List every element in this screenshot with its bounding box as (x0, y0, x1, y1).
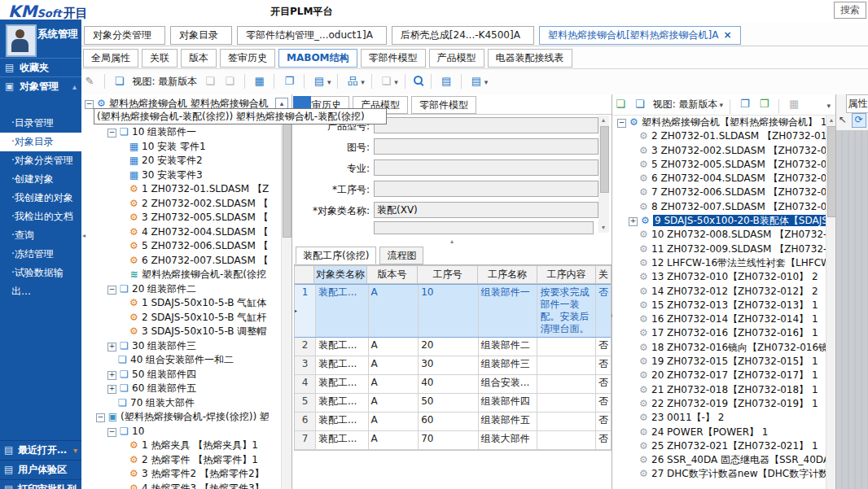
version-cell[interactable]: A (369, 356, 419, 374)
expander-icon[interactable] (119, 184, 126, 191)
tree-node[interactable]: 26 SSR_40DA 固态继电器【SSR_40DA 固态 (614, 453, 826, 467)
sidebar-menu-item[interactable]: ·目录管理 (0, 114, 81, 133)
version-cell[interactable]: A (369, 285, 419, 337)
tree-node[interactable]: 19 ZH0732-015【ZH0732-015】 1 (614, 355, 826, 369)
tree-node[interactable]: 4 ZH0732-004.SLDASM 【 (81, 225, 292, 240)
tree-node[interactable]: 10 安装 零件1 (81, 140, 292, 155)
expander-icon[interactable] (119, 483, 126, 489)
sidebar-menu-item[interactable]: ·我检出的文档 (0, 207, 81, 226)
scrollbar-thumb[interactable] (600, 126, 609, 193)
expander-icon[interactable] (629, 385, 636, 392)
splitter-collapse-handle[interactable]: ▴ (292, 238, 612, 246)
view-tab[interactable]: 全局属性 (83, 49, 138, 68)
sidebar-menu-item[interactable]: ·创建对象 (0, 170, 81, 189)
tree-node[interactable]: 3 ZH0732-002.SLDASM 【ZH0732-002.SLDA (614, 144, 826, 158)
tree-node[interactable]: 塑料热熔接铆合机【塑料热熔接铆合机】 1 (614, 116, 826, 129)
tree-node[interactable]: 6 ZH0732-004.SLDASM 【ZH0732-004.SLDA (614, 172, 826, 186)
chevron-down-icon[interactable]: ▾ (484, 78, 489, 86)
column-header[interactable]: 对象类名称 (314, 266, 367, 283)
table-row[interactable]: 6 装配工... A 60 组装部件五 否 (295, 413, 611, 431)
table-row[interactable]: 7 装配工... A 70 组装大部件 否 (295, 431, 611, 450)
key-operation-cell[interactable]: 否 (596, 431, 611, 449)
expander-icon[interactable] (629, 173, 636, 181)
table-row[interactable]: 4 装配工... A 40 组合安装... 否 (295, 375, 611, 394)
bom-structure-icon[interactable]: 品 (344, 69, 361, 94)
tree-node[interactable]: 12 LHFCW-16带法兰线性衬套【LHFCW-16带 (614, 256, 826, 270)
document-tab[interactable]: 塑料热熔接铆合机[塑料热熔接铆合机]A× (539, 26, 741, 45)
operation-content-cell[interactable] (537, 394, 596, 412)
table-row[interactable]: 3 装配工... A 30 组装部件三 否 (295, 356, 611, 375)
tree-node[interactable]: 3 ZH0732-005.SLDASM 【 (81, 211, 292, 225)
expander-icon[interactable] (629, 370, 636, 378)
tree-node[interactable]: 9 SDAJS-50x100-20-B装配体【SDAJS-50x1 (614, 214, 826, 228)
expander-icon[interactable] (629, 272, 636, 279)
expander-icon[interactable] (629, 244, 636, 251)
tree-node[interactable]: 23 0011【-】 2 (614, 411, 826, 425)
expander-icon[interactable] (119, 255, 126, 263)
tree-node[interactable]: 40 组合安装部件一和二 (81, 353, 292, 368)
operation-name-cell[interactable]: 组装部件五 (479, 413, 538, 430)
column-header[interactable]: 关 (596, 266, 611, 283)
expander-icon[interactable] (119, 312, 126, 320)
operation-number-cell[interactable]: 60 (419, 413, 479, 430)
object-class-cell[interactable]: 装配工... (316, 413, 369, 430)
tree-node[interactable]: 50 组装部件四 (81, 368, 292, 382)
form-field-input[interactable] (374, 138, 598, 155)
tree-node[interactable]: 6 ZH0732-007.SLDASM 【 (81, 254, 292, 269)
document-tab[interactable]: 对象分类管理 (84, 26, 165, 45)
tree-node[interactable]: 2 SDAJS-50x10-5-B 气缸杆 (81, 311, 292, 325)
tree-node[interactable]: 20 ZH0732-017【ZH0732-017】 1 (614, 369, 826, 382)
operation-number-cell[interactable]: 20 (419, 338, 479, 356)
sidebar-bottom-item[interactable]: ▤用户体验区 (0, 460, 81, 479)
tree-node[interactable]: 4 热熔零件3 【热熔零件3】 (81, 482, 292, 489)
expander-icon[interactable] (119, 212, 126, 220)
expander-icon[interactable] (629, 202, 636, 209)
cursor-select-icon[interactable]: ↖ (836, 114, 848, 125)
operation-content-cell[interactable] (537, 375, 596, 393)
doc-add-icon[interactable]: ❏ (221, 69, 238, 94)
expander-icon[interactable] (119, 241, 126, 248)
chevron-down-icon[interactable]: ▾ (720, 101, 724, 109)
sidebar-item-favorites[interactable]: ▤收藏夹 (0, 58, 81, 77)
form-scrollbar[interactable]: ▴ ▾ (598, 116, 609, 233)
sidebar-menu-item[interactable]: ·查询 (0, 226, 81, 245)
chevron-down-icon[interactable]: ▾ (394, 78, 398, 86)
tree-node[interactable]: 3 热熔零件2 【热熔零件2】 (81, 467, 292, 482)
operation-name-cell[interactable]: 组装大部件 (479, 431, 538, 449)
expander-icon[interactable] (629, 159, 636, 167)
expander-icon[interactable] (629, 413, 636, 420)
key-operation-cell[interactable]: 否 (596, 356, 611, 374)
expander-icon[interactable] (629, 328, 636, 335)
doc-gear-icon[interactable]: ❏ (202, 69, 218, 94)
tree-node[interactable]: 5 ZH0732-005.SLDASM 【ZH0732-005.SLDA (614, 158, 826, 172)
sidebar-menu-item[interactable]: ·我创建的对象 (0, 189, 81, 207)
tree-node[interactable]: 17 ZH0732-016【ZH0732-016】 1 (614, 326, 826, 340)
tree-node[interactable]: 24 POWER【POWER】 1 (614, 426, 826, 439)
view-mode-label[interactable]: 视图: 最新版本 (132, 69, 197, 94)
tree-node[interactable]: 5 ZH0732-006.SLDASM 【 (81, 239, 292, 254)
version-cell[interactable]: A (369, 338, 419, 356)
tree-node[interactable]: 11 ZH0732-009.SLDASM 【ZH0732-009.SLD (614, 242, 826, 256)
view-tab[interactable]: 关联 (142, 49, 178, 68)
view-document-icon[interactable]: ❏ (112, 69, 128, 94)
user-avatar[interactable] (6, 24, 37, 57)
tree-node[interactable]: 2 热熔零件 【热熔零件】1 (81, 453, 292, 468)
table-row[interactable]: 5 装配工... A 50 组装部件四 否 (295, 394, 611, 413)
operation-number-cell[interactable]: 70 (419, 431, 479, 449)
operation-name-cell[interactable]: 组装部件三 (479, 356, 538, 374)
expander-icon[interactable] (119, 155, 126, 163)
expander-icon[interactable] (629, 455, 636, 462)
sidebar-menu-item[interactable]: ·对象分类管理 (0, 151, 81, 170)
doc-export-icon[interactable]: ❏ (378, 69, 394, 94)
chevron-down-icon[interactable]: ▾ (73, 441, 77, 460)
tree-node[interactable]: (塑料热熔接铆合机-焊接(徐挖)) 塑 (81, 410, 292, 425)
tree-node[interactable]: 1 ZH0732-01.SLDASM 【Z (81, 182, 292, 197)
tree-node[interactable]: 14 ZH0732-012【ZH0732-012】 2 (614, 285, 826, 299)
expander-icon[interactable] (85, 100, 94, 109)
expander-icon[interactable] (629, 469, 636, 476)
chevron-down-icon[interactable]: ▾ (361, 78, 365, 86)
expander-icon[interactable] (629, 229, 636, 237)
tab-properties[interactable]: 属性 (846, 94, 868, 113)
form-field-input[interactable] (374, 159, 598, 176)
scroll-up-icon[interactable]: ▴ (598, 116, 608, 125)
